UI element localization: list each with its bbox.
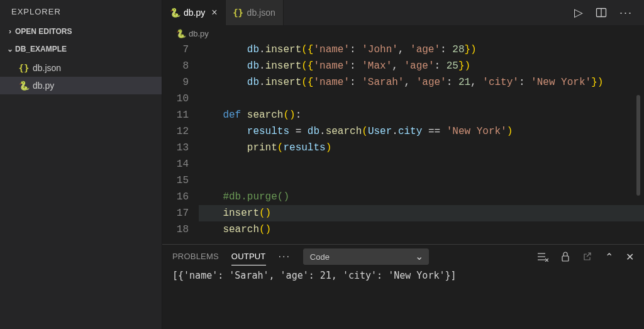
output-channel-select[interactable]: Code <box>303 248 429 265</box>
json-file-icon: {} <box>233 8 243 18</box>
code-content[interactable]: db.insert({'name': 'John', 'age': 28}) d… <box>199 42 644 238</box>
code-editor[interactable]: 789101112131415161718 db.insert({'name':… <box>162 42 644 244</box>
open-editors-section[interactable]: › OPEN EDITORS <box>0 23 162 40</box>
editor-tab-label: db.json <box>247 8 275 18</box>
minimap-scrollbar[interactable] <box>636 95 640 196</box>
output-body[interactable]: [{'name': 'Sarah', 'age': 21, 'city': 'N… <box>162 269 644 329</box>
json-file-icon: {} <box>18 63 30 73</box>
explorer-title: EXPLORER <box>0 0 162 23</box>
file-tree: {}db.json🐍db.py <box>0 58 162 96</box>
file-tree-item[interactable]: 🐍db.py <box>0 77 162 94</box>
collapse-panel-icon[interactable]: ⌃ <box>605 251 613 263</box>
tabs-actions: ▷ ··· <box>563 0 644 25</box>
panel-more-icon[interactable]: ··· <box>279 251 291 262</box>
close-tab-icon[interactable]: × <box>211 7 217 18</box>
folder-section[interactable]: ⌄ DB_EXAMPLE <box>0 40 162 58</box>
editor-main: 🐍db.py×{}db.json ▷ ··· 🐍 db.py 789101112… <box>162 0 644 329</box>
svg-rect-7 <box>562 256 569 261</box>
tabs-row: 🐍db.py×{}db.json ▷ ··· <box>162 0 644 25</box>
breadcrumb-label: db.py <box>189 29 209 38</box>
run-icon[interactable]: ▷ <box>574 6 583 20</box>
folder-label: DB_EXAMPLE <box>15 45 67 53</box>
breadcrumb[interactable]: 🐍 db.py <box>162 25 644 42</box>
clear-output-icon[interactable] <box>537 252 548 262</box>
file-tree-item-label: db.py <box>33 81 54 91</box>
explorer-sidebar: EXPLORER › OPEN EDITORS ⌄ DB_EXAMPLE {}d… <box>0 0 162 329</box>
py-file-icon: 🐍 <box>170 8 180 18</box>
file-tree-item[interactable]: {}db.json <box>0 59 162 77</box>
split-editor-icon[interactable] <box>596 7 607 18</box>
file-tree-item-label: db.json <box>33 63 61 73</box>
chevron-down-icon: ⌄ <box>5 45 15 53</box>
more-actions-icon[interactable]: ··· <box>619 6 633 20</box>
line-gutter: 789101112131415161718 <box>162 42 199 238</box>
output-channel-value: Code <box>310 252 330 262</box>
editor-tab[interactable]: 🐍db.py× <box>162 0 226 25</box>
editor-tab[interactable]: {}db.json <box>226 0 284 25</box>
bottom-panel: PROBLEMSOUTPUT ··· Code ⌃ ✕ <box>162 244 644 329</box>
panel-tab[interactable]: OUTPUT <box>231 248 266 265</box>
py-file-icon: 🐍 <box>18 81 30 91</box>
chevron-right-icon: › <box>5 27 15 36</box>
close-panel-icon[interactable]: ✕ <box>626 251 634 263</box>
panel-tabs: PROBLEMSOUTPUT ··· Code ⌃ ✕ <box>162 245 644 269</box>
open-editors-label: OPEN EDITORS <box>15 27 72 36</box>
editor-tab-label: db.py <box>184 8 205 18</box>
panel-tab[interactable]: PROBLEMS <box>172 248 219 265</box>
python-file-icon: 🐍 <box>176 29 186 38</box>
open-file-icon[interactable] <box>582 252 592 262</box>
panel-actions: ⌃ ✕ <box>537 251 634 263</box>
lock-scroll-icon[interactable] <box>561 252 570 262</box>
